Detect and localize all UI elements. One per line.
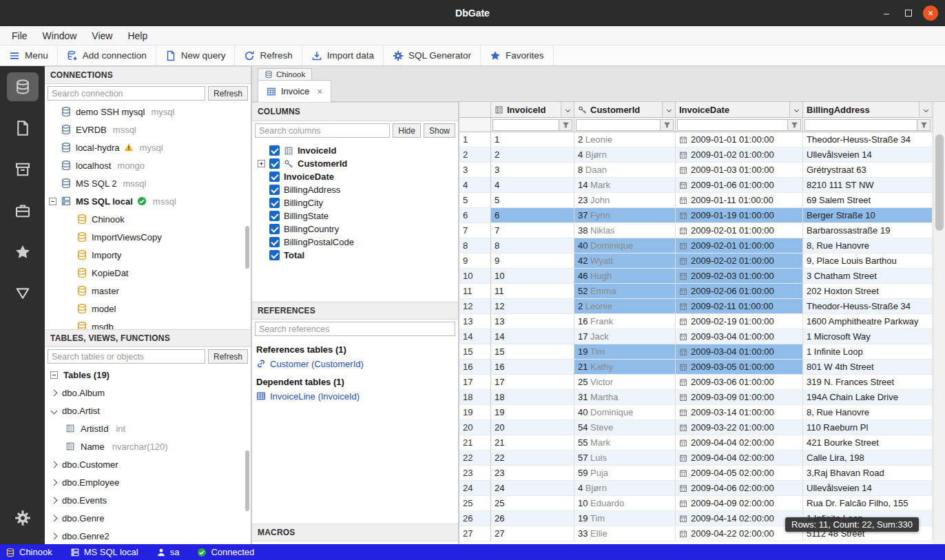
connections-search-input[interactable] [48, 86, 205, 101]
cell-invoiceid[interactable]: 9 [491, 253, 574, 269]
tab-invoice[interactable]: Invoice × [258, 80, 331, 102]
cell-billingaddress[interactable]: 801 W 4th Street [803, 360, 933, 375]
grid-row[interactable]: 131316 Frank2009-02-19 01:00:001600 Amph… [459, 314, 933, 329]
connection-importy[interactable]: Importy [45, 246, 251, 264]
cell-billingaddress[interactable]: Berger Straße 10 [803, 208, 933, 223]
column-item-billingstate[interactable]: BillingState [252, 209, 458, 222]
chevron-right-icon[interactable] [51, 479, 58, 486]
grid-row[interactable]: 222257 Luis2009-04-04 02:00:00Calle Lira… [459, 450, 933, 466]
filter-input-invoiceid[interactable] [492, 119, 559, 131]
table-dbo-employee[interactable]: dbo.Employee [45, 473, 251, 491]
grid-row[interactable]: 252510 Eduardo2009-04-09 02:00:00Rua Dr.… [459, 496, 933, 511]
toolbar-favorites-button[interactable]: Favorites [481, 45, 554, 65]
cell-customerid[interactable]: 4 Bjørn [574, 481, 676, 496]
filter-funnel-customerid[interactable] [661, 119, 674, 131]
row-number[interactable]: 8 [459, 238, 491, 253]
table-dbo-artist[interactable]: dbo.Artist [45, 402, 251, 419]
row-number[interactable]: 11 [459, 284, 491, 299]
row-number[interactable]: 22 [459, 450, 491, 466]
cell-customerid[interactable]: 25 Victor [574, 375, 676, 390]
cell-customerid[interactable]: 8 Daan [574, 163, 676, 178]
connection-demo-ssh-mysql[interactable]: demo SSH mysqlmysql [45, 103, 251, 121]
cell-invoicedate[interactable]: 2009-04-05 02:00:00 [676, 466, 803, 481]
rail-cell-data[interactable] [0, 273, 45, 314]
row-number[interactable]: 4 [459, 178, 491, 193]
collapse-expander-icon[interactable] [50, 371, 58, 379]
cell-invoiceid[interactable]: 19 [491, 405, 574, 420]
cell-invoicedate[interactable]: 2009-04-06 02:00:00 [676, 481, 803, 496]
cell-invoiceid[interactable]: 25 [491, 496, 574, 511]
cell-billingaddress[interactable]: 3 Chatham Street [803, 269, 933, 284]
cell-customerid[interactable]: 57 Luis [574, 450, 676, 466]
chevron-right-icon[interactable] [51, 389, 58, 396]
cell-invoicedate[interactable]: 2009-03-05 01:00:00 [676, 360, 803, 375]
reference-link-customer-customerid[interactable]: Customer (CustomerId) [252, 357, 458, 371]
cell-billingaddress[interactable]: Calle Lira, 198 [803, 450, 933, 466]
cell-invoiceid[interactable]: 17 [491, 375, 574, 390]
cell-customerid[interactable]: 10 Eduardo [574, 496, 676, 511]
cell-customerid[interactable]: 40 Dominique [574, 405, 676, 420]
cell-customerid[interactable]: 23 John [574, 193, 676, 208]
maximize-button[interactable] [901, 6, 916, 21]
checkbox-billingcity[interactable] [269, 198, 280, 208]
chevron-right-icon[interactable] [51, 497, 58, 504]
toolbar-menu-button[interactable]: Menu [0, 45, 58, 65]
cell-billingaddress[interactable]: 1600 Amphitheatre Parkway [803, 314, 933, 329]
column-item-billingpostalcode[interactable]: BillingPostalCode [252, 236, 458, 249]
row-number[interactable]: 25 [459, 496, 491, 511]
checkbox-billingaddress[interactable] [269, 185, 280, 195]
cell-invoicedate[interactable]: 2009-04-22 02:00:00 [676, 526, 803, 541]
cell-billingaddress[interactable]: 194A Chain Lake Drive [803, 390, 933, 405]
grid-row[interactable]: 232359 Puja2009-04-05 02:00:003,Raj Bhav… [459, 466, 933, 481]
row-number[interactable]: 12 [459, 299, 491, 314]
status-connected[interactable]: Connected [197, 547, 254, 557]
cell-invoicedate[interactable]: 2009-04-09 02:00:00 [676, 496, 803, 511]
connection-ms-sql-local[interactable]: MS SQL localmssql [45, 192, 251, 210]
cell-billingaddress[interactable]: 1 Infinite Loop [803, 344, 933, 360]
cell-customerid[interactable]: 4 Bjørn [574, 147, 676, 163]
cell-invoiceid[interactable]: 2 [491, 147, 574, 163]
row-number[interactable]: 23 [459, 466, 491, 481]
cell-invoicedate[interactable]: 2009-01-06 01:00:00 [676, 178, 803, 193]
cell-customerid[interactable]: 21 Kathy [574, 360, 676, 375]
cell-invoiceid[interactable]: 21 [491, 435, 574, 450]
cell-invoicedate[interactable]: 2009-02-01 01:00:00 [676, 238, 803, 253]
row-number[interactable]: 18 [459, 390, 491, 405]
table-dbo-genre2[interactable]: dbo.Genre2 [45, 527, 251, 544]
cell-billingaddress[interactable]: 69 Salem Street [803, 193, 933, 208]
row-number[interactable]: 5 [459, 193, 491, 208]
filter-input-invoicedate[interactable] [677, 119, 788, 131]
connection-msdb[interactable]: msdb [45, 318, 251, 329]
cell-customerid[interactable]: 17 Jack [574, 329, 676, 344]
row-number[interactable]: 24 [459, 481, 491, 496]
cell-invoicedate[interactable]: 2009-02-19 01:00:00 [676, 314, 803, 329]
cell-invoiceid[interactable]: 15 [491, 344, 574, 360]
tables-root[interactable]: Tables (19) [45, 366, 251, 384]
cell-invoicedate[interactable]: 2009-01-19 01:00:00 [676, 208, 803, 223]
cell-customerid[interactable]: 46 Hugh [574, 269, 676, 284]
grid-row[interactable]: 224 Bjørn2009-01-02 01:00:00Ullevålsveie… [459, 147, 933, 163]
cell-customerid[interactable]: 33 Ellie [574, 526, 676, 541]
cell-invoicedate[interactable]: 2009-03-06 01:00:00 [676, 375, 803, 390]
cell-invoiceid[interactable]: 11 [491, 284, 574, 299]
grid-row[interactable]: 171725 Victor2009-03-06 01:00:00319 N. F… [459, 375, 933, 390]
expand-icon[interactable] [258, 160, 265, 167]
grid-row[interactable]: 151519 Tim2009-03-04 01:00:001 Infinite … [459, 344, 933, 360]
rail-queries[interactable] [0, 107, 45, 149]
cell-invoicedate[interactable]: 2009-01-03 01:00:00 [676, 163, 803, 178]
table-column-name[interactable]: Namenvarchar(120) [45, 437, 251, 455]
status-chinook[interactable]: Chinook [6, 547, 52, 557]
row-number[interactable]: 2 [459, 147, 491, 163]
chevron-right-icon[interactable] [51, 515, 58, 521]
filter-funnel-invoiceid[interactable] [559, 119, 572, 131]
grid-row[interactable]: 24244 Bjørn2009-04-06 02:00:00Ullevålsve… [459, 481, 933, 496]
cell-invoicedate[interactable]: 2009-02-01 01:00:00 [676, 223, 803, 238]
column-menu-billingaddress[interactable] [919, 102, 932, 117]
grid-row[interactable]: 9942 Wyatt2009-02-02 01:00:009, Place Lo… [459, 253, 933, 269]
cell-billingaddress[interactable]: 202 Hoxton Street [803, 284, 933, 299]
checkbox-billingpostalcode[interactable] [269, 237, 280, 247]
row-number[interactable]: 27 [459, 526, 491, 541]
row-number[interactable]: 13 [459, 314, 491, 329]
columns-search-input[interactable] [255, 123, 390, 138]
cell-billingaddress[interactable]: Grétrystraat 63 [803, 163, 933, 178]
